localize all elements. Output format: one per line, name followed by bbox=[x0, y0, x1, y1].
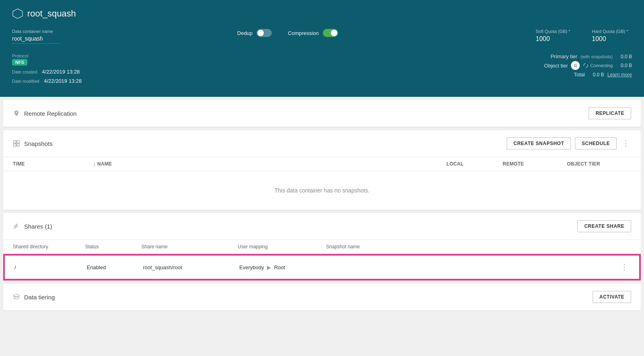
svg-point-1 bbox=[584, 63, 588, 68]
data-tiering-title-group: Data tiering bbox=[13, 293, 55, 301]
shares-highlighted-region: / Enabled root_squash/root Everybody ▶ R… bbox=[3, 254, 641, 280]
primary-tier-label: Primary tier bbox=[550, 53, 577, 59]
col-user-mapping-header: User mapping bbox=[238, 244, 326, 250]
header-fields: Data container name root_squash Dedup Co… bbox=[12, 29, 632, 44]
primary-tier-sub: (with snapshots) bbox=[581, 54, 613, 59]
snapshots-section: Snapshots CREATE SNAPSHOT SCHEDULE ⋮ Tim… bbox=[3, 130, 641, 210]
quota-group: Soft Quota (GB) * 1000 Hard Quota (GB) *… bbox=[425, 29, 632, 43]
shares-header: Shares (1) CREATE SHARE bbox=[3, 213, 641, 240]
soft-quota-field: Soft Quota (GB) * 1000 bbox=[536, 29, 576, 43]
col-local-header: Local bbox=[446, 161, 503, 167]
container-name-group: Data container name root_squash bbox=[12, 29, 150, 44]
share-dir-value: / bbox=[14, 264, 87, 270]
object-tier-label: Object tier bbox=[544, 63, 568, 69]
date-modified-item: Date modified 4/22/2019 13:28 bbox=[12, 78, 260, 84]
col-remote-header: Remote bbox=[503, 161, 567, 167]
data-tiering-title: Data tiering bbox=[24, 294, 55, 301]
nfs-badge: NFS bbox=[12, 59, 27, 65]
page-title: root_squash bbox=[12, 8, 632, 19]
date-created-label: Date created bbox=[12, 70, 37, 74]
total-tier-value: 0.0 B bbox=[588, 72, 604, 78]
share-row-more-button[interactable]: ⋮ bbox=[619, 261, 630, 273]
snapshots-more-button[interactable]: ⋮ bbox=[621, 137, 631, 149]
shares-actions: CREATE SHARE bbox=[577, 220, 631, 232]
object-tier-value: 0.0 B bbox=[616, 63, 632, 68]
create-snapshot-button[interactable]: CREATE SNAPSHOT bbox=[507, 137, 571, 149]
info-left: Protocol NFS Date created 4/22/2019 13:2… bbox=[12, 53, 260, 87]
share-row: / Enabled root_squash/root Everybody ▶ R… bbox=[4, 255, 640, 280]
primary-tier-value: 0.0 B bbox=[616, 54, 632, 59]
connecting-spinner-icon bbox=[583, 63, 589, 68]
remote-replication-header: Remote Replication REPLICATE bbox=[3, 100, 641, 127]
snapshots-actions: CREATE SNAPSHOT SCHEDULE ⋮ bbox=[507, 137, 631, 149]
object-tier-row: Object tier G Connecting 0.0 B bbox=[260, 61, 632, 70]
col-share-name-header: Share name bbox=[141, 244, 238, 250]
data-tiering-section: Data tiering ACTIVATE bbox=[3, 284, 641, 310]
share-name-value: root_squash/root bbox=[143, 264, 239, 270]
svg-rect-2 bbox=[14, 141, 16, 143]
snapshots-empty-message: This data container has no snapshots. bbox=[3, 171, 641, 210]
container-name-value: root_squash bbox=[12, 35, 60, 44]
replicate-button[interactable]: REPLICATE bbox=[589, 107, 631, 119]
connecting-label: Connecting bbox=[590, 63, 613, 68]
share-status-value: Enabled bbox=[87, 264, 143, 270]
shares-title: Shares (1) bbox=[24, 223, 52, 230]
share-row-actions: ⋮ bbox=[619, 261, 630, 273]
snapshots-table-header: Time ↓ Name Local Remote Object tier bbox=[3, 157, 641, 171]
remote-replication-title-group: Remote Replication bbox=[13, 110, 77, 117]
svg-rect-3 bbox=[17, 141, 19, 143]
svg-marker-0 bbox=[13, 9, 22, 18]
date-modified-value: 4/22/2019 13:28 bbox=[44, 78, 82, 84]
date-created-item: Date created 4/22/2019 13:28 bbox=[12, 69, 260, 75]
remote-replication-title: Remote Replication bbox=[24, 110, 77, 117]
hard-quota-field: Hard Quota (GB) * 1000 bbox=[592, 29, 632, 43]
snapshots-title-group: Snapshots bbox=[13, 140, 53, 147]
col-shared-dir-header: Shared directory bbox=[13, 244, 85, 250]
sort-down-icon: ↓ bbox=[93, 161, 96, 167]
compression-toggle[interactable] bbox=[323, 29, 338, 37]
col-time-header: Time bbox=[13, 161, 93, 167]
remote-replication-section: Remote Replication REPLICATE bbox=[3, 100, 641, 127]
date-created-value: 4/22/2019 13:28 bbox=[42, 69, 80, 75]
schedule-button[interactable]: SCHEDULE bbox=[575, 137, 617, 149]
snapshots-icon bbox=[13, 140, 20, 147]
header-card: root_squash Data container name root_squ… bbox=[0, 0, 644, 97]
snapshots-title: Snapshots bbox=[24, 140, 53, 147]
svg-rect-5 bbox=[17, 144, 19, 146]
activate-button[interactable]: ACTIVATE bbox=[593, 291, 631, 303]
data-tiering-content: Data tiering ACTIVATE bbox=[3, 284, 641, 310]
learn-more-link[interactable]: Learn more bbox=[607, 72, 632, 78]
protocol-label: Protocol bbox=[12, 53, 260, 58]
dedup-toggle-group: Dedup bbox=[237, 29, 272, 37]
header-info-row: Protocol NFS Date created 4/22/2019 13:2… bbox=[12, 53, 632, 87]
total-tier-label: Total bbox=[574, 72, 585, 78]
connecting-badge: Connecting bbox=[583, 63, 613, 68]
hard-quota-value: 1000 bbox=[592, 35, 632, 43]
create-share-button[interactable]: CREATE SHARE bbox=[577, 220, 631, 232]
shares-icon bbox=[13, 223, 20, 230]
shares-title-group: Shares (1) bbox=[13, 223, 52, 230]
compression-label: Compression bbox=[288, 30, 319, 36]
dedup-toggle[interactable] bbox=[257, 29, 272, 37]
mapping-arrow-icon: ▶ bbox=[267, 264, 271, 270]
total-tier-row: Total 0.0 B Learn more bbox=[260, 72, 632, 78]
svg-point-6 bbox=[14, 295, 19, 297]
soft-quota-value: 1000 bbox=[536, 35, 576, 43]
date-modified-label: Date modified bbox=[12, 79, 39, 84]
svg-rect-4 bbox=[14, 144, 16, 146]
col-snapshot-name-header: Snapshot name bbox=[326, 244, 631, 250]
snapshots-header: Snapshots CREATE SNAPSHOT SCHEDULE ⋮ bbox=[3, 130, 641, 157]
container-name-label: Data container name bbox=[12, 29, 150, 34]
toggles-group: Dedup Compression bbox=[150, 29, 425, 37]
hard-quota-label: Hard Quota (GB) * bbox=[592, 29, 632, 34]
google-logo: G bbox=[571, 61, 580, 70]
compression-toggle-group: Compression bbox=[288, 29, 338, 37]
share-mapping-value: Everybody ▶ Root bbox=[239, 264, 328, 270]
tier-section: Primary tier (with snapshots) 0.0 B Obje… bbox=[260, 53, 632, 79]
location-icon bbox=[13, 110, 20, 117]
soft-quota-label: Soft Quota (GB) * bbox=[536, 29, 576, 34]
shares-table-header: Shared directory Status Share name User … bbox=[3, 240, 641, 254]
col-name-header: ↓ Name bbox=[93, 161, 446, 167]
protocol-item: Protocol NFS bbox=[12, 53, 260, 65]
dedup-label: Dedup bbox=[237, 30, 253, 36]
